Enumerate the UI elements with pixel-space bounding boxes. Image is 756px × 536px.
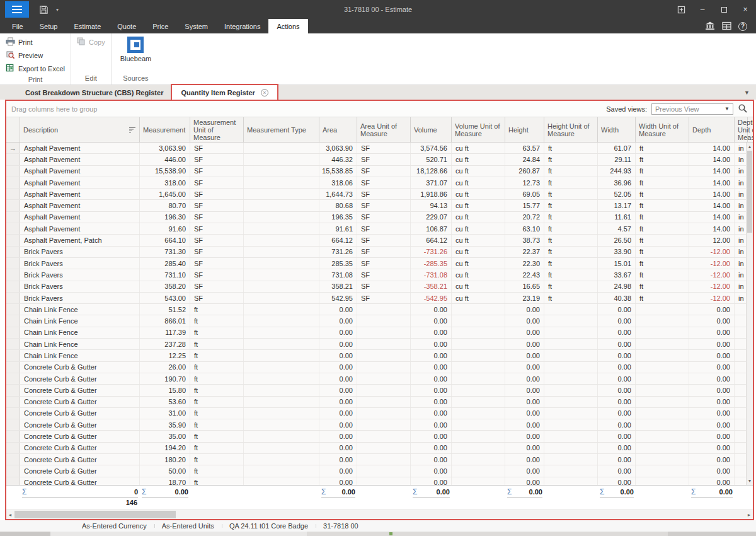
cell-depth[interactable]: -12.00 [689, 293, 735, 303]
column-header-width_uom[interactable]: Width Unit of Measure [636, 117, 689, 142]
cell-measurement_uom[interactable]: SF [190, 223, 244, 234]
column-header-description[interactable]: Description [20, 117, 140, 142]
menu-tab-setup[interactable]: Setup [32, 19, 66, 33]
cell-depth[interactable]: 14.00 [689, 177, 735, 188]
cell-volume_uom[interactable] [452, 304, 505, 315]
cell-area_uom[interactable] [357, 315, 411, 326]
scroll-right-icon[interactable]: ► [745, 510, 753, 519]
cell-height_uom[interactable]: ft [544, 281, 598, 292]
cell-height[interactable]: 0.00 [505, 397, 544, 407]
cell-area[interactable]: 1,644.73 [319, 189, 357, 199]
cell-depth[interactable]: 0.00 [689, 397, 735, 407]
cell-depth[interactable]: 0.00 [689, 419, 735, 430]
cell-measurement[interactable]: 180.20 [140, 454, 190, 465]
cell-description[interactable]: Brick Pavers [20, 281, 140, 292]
cell-measurement_type[interactable] [244, 315, 319, 326]
cell-volume_uom[interactable] [452, 362, 505, 373]
maximize-button[interactable] [713, 0, 735, 19]
cell-area_uom[interactable] [357, 385, 411, 395]
cell-measurement[interactable]: 12.25 [140, 350, 190, 361]
cell-width_uom[interactable] [636, 431, 689, 441]
cell-volume[interactable]: 0.00 [411, 385, 452, 395]
cell-measurement[interactable]: 194.20 [140, 443, 190, 453]
cell-volume[interactable]: -285.35 [411, 258, 452, 269]
cell-height[interactable]: 0.00 [505, 454, 544, 465]
cell-area_uom[interactable] [357, 477, 411, 485]
cell-height_uom[interactable] [544, 477, 598, 485]
cell-depth[interactable]: 0.00 [689, 465, 735, 476]
cell-description[interactable]: Asphalt Pavement [20, 200, 140, 211]
cell-area_uom[interactable] [357, 327, 411, 338]
cell-measurement_type[interactable] [244, 408, 319, 419]
cell-height_uom[interactable] [544, 465, 598, 476]
cell-measurement[interactable]: 91.60 [140, 223, 190, 234]
cell-measurement_type[interactable] [244, 339, 319, 349]
cell-height_uom[interactable]: ft [544, 212, 598, 223]
cell-volume[interactable]: 0.00 [411, 397, 452, 407]
table-row[interactable]: Asphalt Pavement80.70SF80.68SF94.13cu ft… [6, 200, 753, 211]
cell-area[interactable]: 318.06 [319, 177, 357, 188]
cell-height[interactable]: 0.00 [505, 373, 544, 384]
cell-width[interactable]: 11.61 [598, 212, 636, 223]
cell-measurement[interactable]: 318.00 [140, 177, 190, 188]
quick-access-caret-icon[interactable]: ▾ [56, 7, 59, 13]
cell-width[interactable]: 29.11 [598, 154, 636, 165]
cell-area[interactable]: 542.95 [319, 293, 357, 303]
cell-description[interactable]: Concrete Curb & Gutter [20, 454, 140, 465]
cell-description[interactable]: Concrete Curb & Gutter [20, 419, 140, 430]
cell-width[interactable]: 0.00 [598, 327, 636, 338]
table-row[interactable]: Chain Link Fence866.01ft0.000.000.000.00… [6, 315, 753, 327]
cell-measurement_uom[interactable]: ft [190, 419, 244, 430]
cell-measurement[interactable]: 35.90 [140, 419, 190, 430]
cell-description[interactable]: Brick Pavers [20, 247, 140, 257]
cell-area_uom[interactable]: SF [357, 212, 411, 223]
cell-measurement[interactable]: 80.70 [140, 200, 190, 211]
cell-depth[interactable]: 14.00 [689, 166, 735, 177]
table-row[interactable]: Concrete Curb & Gutter194.20ft0.000.000.… [6, 443, 753, 454]
cell-measurement_uom[interactable]: ft [190, 327, 244, 338]
cell-measurement_uom[interactable]: ft [190, 304, 244, 315]
cell-volume[interactable]: 520.71 [411, 154, 452, 165]
table-row[interactable]: Chain Link Fence117.39ft0.000.000.000.00… [6, 327, 753, 339]
cell-volume_uom[interactable]: cu ft [452, 235, 505, 245]
scroll-left-icon[interactable]: ◄ [6, 510, 14, 519]
cell-measurement[interactable]: 26.00 [140, 362, 190, 373]
cell-measurement_type[interactable] [244, 397, 319, 407]
cell-measurement_uom[interactable]: SF [190, 212, 244, 223]
cell-width[interactable]: 36.96 [598, 177, 636, 188]
cell-measurement[interactable]: 237.28 [140, 339, 190, 349]
column-header-height_uom[interactable]: Height Unit of Measure [544, 117, 598, 142]
cell-area_uom[interactable] [357, 339, 411, 349]
cell-measurement_type[interactable] [244, 212, 319, 223]
cell-width[interactable]: 13.17 [598, 200, 636, 211]
cell-volume[interactable]: 1,918.86 [411, 189, 452, 199]
cell-volume_uom[interactable]: cu ft [452, 189, 505, 199]
cell-height_uom[interactable] [544, 419, 598, 430]
cell-width_uom[interactable] [636, 373, 689, 384]
cell-volume_uom[interactable]: cu ft [452, 143, 505, 153]
cell-volume_uom[interactable]: cu ft [452, 212, 505, 223]
cell-description[interactable]: Concrete Curb & Gutter [20, 397, 140, 407]
minimize-button[interactable]: – [692, 0, 713, 19]
cell-depth[interactable]: 0.00 [689, 408, 735, 419]
cell-height[interactable]: 0.00 [505, 327, 544, 338]
cell-width_uom[interactable] [636, 350, 689, 361]
cell-area[interactable]: 731.08 [319, 269, 357, 280]
cell-height_uom[interactable] [544, 408, 598, 419]
table-row[interactable]: Brick Pavers731.10SF731.08SF-731.08cu ft… [6, 269, 753, 281]
cell-measurement[interactable]: 866.01 [140, 315, 190, 326]
cell-depth[interactable]: 0.00 [689, 362, 735, 373]
table-row[interactable]: Concrete Curb & Gutter35.00ft0.000.000.0… [6, 431, 753, 442]
cell-measurement_uom[interactable]: SF [190, 235, 244, 245]
cell-measurement_type[interactable] [244, 235, 319, 245]
cell-measurement[interactable]: 664.10 [140, 235, 190, 245]
table-row[interactable]: Concrete Curb & Gutter190.70ft0.000.000.… [6, 373, 753, 385]
cell-description[interactable]: Concrete Curb & Gutter [20, 408, 140, 419]
cell-depth[interactable]: 14.00 [689, 223, 735, 234]
table-row[interactable]: Concrete Curb & Gutter50.00ft0.000.000.0… [6, 465, 753, 477]
cell-width[interactable]: 0.00 [598, 431, 636, 441]
register-grid-icon[interactable] [722, 21, 731, 32]
cell-measurement[interactable]: 190.70 [140, 373, 190, 384]
cell-measurement_uom[interactable]: SF [190, 247, 244, 257]
cell-height_uom[interactable]: ft [544, 154, 598, 165]
